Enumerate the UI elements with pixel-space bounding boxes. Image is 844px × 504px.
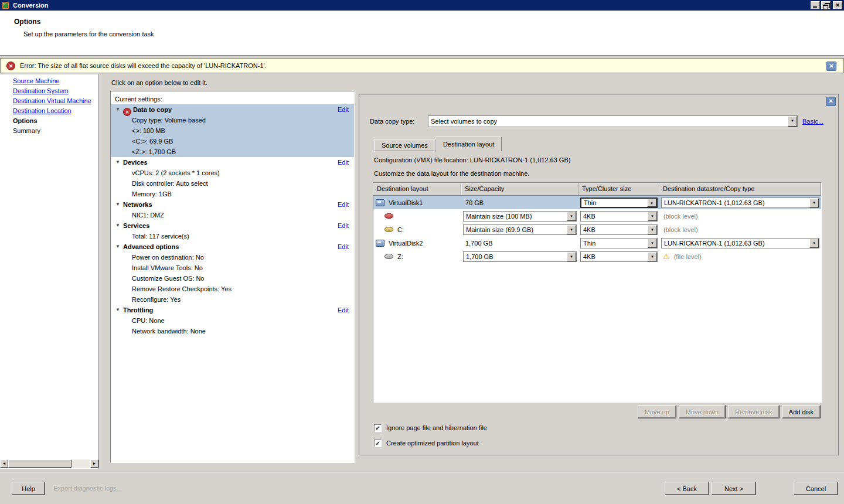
- edit-link[interactable]: Edit: [338, 305, 349, 315]
- type-select-value: Thin: [581, 199, 647, 206]
- chevron-down-icon[interactable]: ▼: [809, 239, 819, 248]
- section-header-data-to-copy[interactable]: ▼✕Data to copyEdit: [111, 104, 354, 115]
- sidebar-item-destination-virtual-machine[interactable]: Destination Virtual Machine: [0, 96, 98, 106]
- type-select-value: 4KB: [581, 213, 648, 220]
- table-row[interactable]: VirtualDisk21,700 GBThin▼LUN-RICKATRON-1…: [373, 236, 821, 250]
- data-copy-type-value: Select volumes to copy: [428, 118, 788, 125]
- type-select[interactable]: Thin▼: [580, 238, 658, 248]
- scroll-right-icon[interactable]: ►: [90, 459, 98, 468]
- main-area: Source MachineDestination SystemDestinat…: [0, 74, 844, 472]
- datastore-select[interactable]: LUN-RICKATRON-1 (1,012.63 GB)▼: [661, 238, 819, 248]
- error-text: Error: The size of all flat source disks…: [20, 62, 267, 69]
- size-select[interactable]: Maintain size (100 MB)▼: [463, 211, 577, 222]
- type-select[interactable]: 4KB▼: [580, 251, 658, 262]
- section-header-devices[interactable]: ▼DevicesEdit: [111, 157, 354, 168]
- cell-size-capacity: Maintain size (69.9 GB)▼: [461, 223, 578, 236]
- help-button[interactable]: Help: [12, 482, 45, 495]
- copy-level-note: (block level): [659, 226, 698, 233]
- customize-hint-text: Customize the data layout for the destin…: [374, 170, 529, 177]
- minimize-icon[interactable]: [811, 1, 820, 9]
- cell-type-cluster: 4KB▼: [578, 250, 659, 263]
- checkbox-ignore-page-file-and-hibernation-file[interactable]: ✓: [374, 424, 382, 432]
- scrollbar-thumb[interactable]: [8, 459, 72, 468]
- data-copy-type-select[interactable]: Select volumes to copy ▼: [428, 115, 798, 127]
- column-header-type-cluster-size[interactable]: Type/Cluster size: [578, 183, 659, 196]
- edit-link[interactable]: Edit: [338, 199, 349, 210]
- options-editor-panel: ✕ Data copy type: Select volumes to copy…: [359, 94, 839, 455]
- section-title: Networks: [123, 201, 152, 208]
- add-disk-button[interactable]: Add disk: [782, 405, 821, 418]
- chevron-down-icon[interactable]: ▼: [567, 225, 576, 234]
- size-select[interactable]: 1,700 GB▼: [463, 251, 577, 262]
- back-button[interactable]: < Back: [665, 482, 709, 495]
- cell-destination-layout: Z:: [373, 250, 461, 263]
- close-icon[interactable]: ✕: [833, 1, 842, 9]
- checkbox-create-optimized-partition-layout[interactable]: ✓: [374, 440, 382, 447]
- chevron-down-icon[interactable]: ▼: [647, 199, 656, 207]
- setting-item: <>: 100 MB: [111, 125, 354, 136]
- cell-type-cluster: Thin▼: [578, 196, 659, 209]
- chevron-down-icon[interactable]: ▼: [567, 252, 576, 261]
- table-row[interactable]: VirtualDisk170 GBThin▼LUN-RICKATRON-1 (1…: [373, 196, 821, 209]
- volume-icon-yellow: [384, 227, 393, 232]
- chevron-down-icon[interactable]: ▼: [567, 212, 576, 221]
- settings-section-devices: ▼DevicesEditvCPUs: 2 (2 sockets * 1 core…: [111, 157, 354, 199]
- datastore-select[interactable]: LUN-RICKATRON-1 (1,012.63 GB)▼: [661, 197, 819, 208]
- cell-destination-datastore: ⚠(file level): [659, 250, 821, 263]
- type-select[interactable]: Thin▼: [580, 197, 658, 208]
- table-row[interactable]: C:Maintain size (69.9 GB)▼4KB▼(block lev…: [373, 223, 821, 236]
- sidebar-item-destination-location[interactable]: Destination Location: [0, 106, 98, 116]
- basic-link[interactable]: Basic...: [802, 118, 823, 125]
- disk-name: VirtualDisk2: [389, 240, 423, 247]
- edit-link[interactable]: Edit: [338, 241, 349, 252]
- section-header-networks[interactable]: ▼NetworksEdit: [111, 199, 354, 210]
- cell-destination-datastore: LUN-RICKATRON-1 (1,012.63 GB)▼: [659, 236, 821, 250]
- table-row[interactable]: Z:1,700 GB▼4KB▼⚠(file level): [373, 250, 821, 263]
- setting-item: Power on destination: No: [111, 252, 354, 263]
- restore-icon[interactable]: [821, 1, 831, 9]
- edit-link[interactable]: Edit: [338, 157, 349, 168]
- column-header-size-capacity[interactable]: Size/Capacity: [461, 183, 578, 196]
- chevron-down-icon[interactable]: ▼: [648, 212, 657, 221]
- cancel-button[interactable]: Cancel: [794, 482, 838, 495]
- settings-section-advanced-options: ▼Advanced optionsEditPower on destinatio…: [111, 241, 354, 305]
- chevron-down-icon[interactable]: ▼: [648, 252, 657, 261]
- page-title: Options: [14, 18, 40, 26]
- scroll-left-icon[interactable]: ◄: [0, 459, 8, 468]
- setting-item: Disk controller: Auto select: [111, 178, 354, 189]
- panel-close-icon[interactable]: ✕: [826, 97, 836, 106]
- edit-link[interactable]: Edit: [338, 104, 349, 115]
- chevron-down-icon[interactable]: ▼: [809, 198, 819, 207]
- sidebar-horizontal-scrollbar[interactable]: ◄ ►: [0, 459, 98, 468]
- chevron-down-icon[interactable]: ▼: [788, 116, 797, 127]
- error-close-icon[interactable]: ✕: [826, 62, 836, 71]
- chevron-down-icon[interactable]: ▼: [648, 239, 657, 248]
- type-select[interactable]: 4KB▼: [580, 211, 658, 222]
- volume-icon-red: [384, 213, 393, 219]
- cell-destination-layout: VirtualDisk2: [373, 236, 461, 250]
- edit-link[interactable]: Edit: [338, 220, 349, 231]
- section-title: Data to copy: [133, 106, 172, 113]
- section-header-services[interactable]: ▼ServicesEdit: [111, 220, 354, 231]
- table-row[interactable]: Maintain size (100 MB)▼4KB▼(block level): [373, 209, 821, 223]
- size-select[interactable]: Maintain size (69.9 GB)▼: [463, 224, 577, 235]
- cell-size-capacity: 70 GB: [461, 196, 578, 209]
- column-header-destination-datastore-copy-type[interactable]: Destination datastore/Copy type: [659, 183, 821, 196]
- section-header-advanced-options[interactable]: ▼Advanced optionsEdit: [111, 241, 354, 252]
- datastore-select-value: LUN-RICKATRON-1 (1,012.63 GB): [662, 240, 809, 247]
- next-button[interactable]: Next >: [712, 482, 756, 495]
- size-value: 70 GB: [461, 199, 484, 206]
- titlebar: Conversion ✕: [0, 0, 844, 11]
- tab-source-volumes[interactable]: Source volumes: [374, 139, 435, 151]
- section-header-throttling[interactable]: ▼ThrottlingEdit: [111, 305, 354, 315]
- destination-layout-table: Destination layoutSize/CapacityType/Clus…: [373, 182, 822, 403]
- vmx-location-text: Configuration (VMX) file location: LUN-R…: [374, 156, 570, 164]
- column-header-destination-layout[interactable]: Destination layout: [373, 183, 461, 196]
- cell-destination-datastore: LUN-RICKATRON-1 (1,012.63 GB)▼: [659, 196, 821, 209]
- type-select[interactable]: 4KB▼: [580, 224, 658, 235]
- chevron-down-icon[interactable]: ▼: [648, 225, 657, 234]
- disk-name: Z:: [397, 253, 403, 260]
- sidebar-item-destination-system[interactable]: Destination System: [0, 86, 98, 96]
- sidebar-item-source-machine[interactable]: Source Machine: [0, 76, 98, 86]
- tab-destination-layout[interactable]: Destination layout: [435, 137, 502, 151]
